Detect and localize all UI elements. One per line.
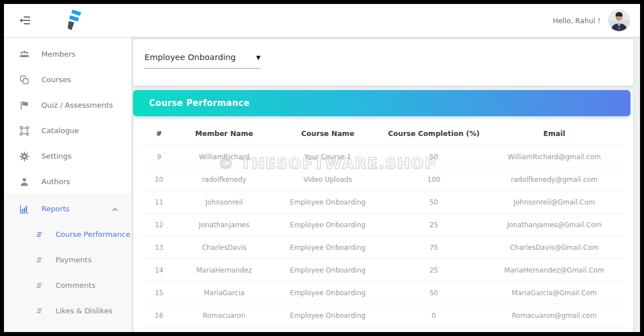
sidebar-item-reports[interactable]: Reports (4, 196, 131, 222)
sidebar-main-items: Members Courses Quiz / Assessments Catal… (4, 41, 131, 194)
cell-member-name: WilliamRichard (176, 146, 272, 168)
column-header-course-name: Course Name (272, 123, 383, 146)
cell-index: 11 (142, 191, 176, 214)
sidebar-item-label: Catalogue (41, 126, 79, 135)
table-header-row: #Member NameCourse NameCourse Completion… (142, 123, 624, 146)
cell-course-name: Employee Onboarding (272, 191, 383, 214)
course-performance-table: #Member NameCourse NameCourse Completion… (142, 123, 624, 327)
quiz-flag-icon (19, 100, 30, 111)
cell-email: radolfkenedy@gmail.com (484, 168, 624, 191)
members-icon (19, 49, 30, 60)
cell-member-name: Romacuaron (176, 304, 272, 327)
sidebar-item-members[interactable]: Members (4, 41, 131, 67)
sidebar-subitem-likes-dislikes[interactable]: Likes & Dislikes (4, 298, 131, 324)
topbar: Hello, Rahul ! (4, 4, 640, 37)
cell-index: 15 (142, 282, 176, 304)
cell-course-name: Employee Onboarding (272, 304, 383, 327)
cell-completion: 50 (383, 146, 484, 168)
cell-completion: 75 (383, 236, 484, 259)
table-row: 11 Johnsonreil Employee Onboarding 50 Jo… (142, 191, 624, 214)
sidebar-item-settings[interactable]: Settings (4, 143, 131, 169)
caret-down-icon: ▼ (256, 54, 261, 61)
cell-index: 12 (142, 214, 176, 236)
table-row: 15 MariaGarcia Employee Onboarding 50 Ma… (142, 282, 624, 304)
cell-email: WilliamRichard@gmail.com (484, 146, 624, 168)
sidebar-item-label: Quiz / Assessments (41, 101, 113, 109)
user-menu: Hello, Rahul ! (553, 10, 630, 31)
table-body: 9 WilliamRichard Your Course 1 50 Willia… (142, 146, 624, 327)
cell-email: Romacuaron@gmail.com (484, 304, 624, 327)
cell-course-name: Employee Onboarding (272, 214, 383, 236)
sidebar-item-courses[interactable]: Courses (4, 67, 131, 92)
main-content: Employee Onboarding ▼ Course Performance… (132, 37, 640, 332)
cell-email: MariaGarcia@Gmail.Com (484, 282, 624, 304)
panel-header: Course Performance (133, 90, 630, 116)
cell-completion: 50 (383, 282, 484, 304)
settings-gear-icon (19, 151, 30, 162)
cell-email: Johnsonreil@Gmail.Com (484, 191, 624, 214)
cell-completion: 25 (383, 259, 484, 282)
cell-index: 14 (142, 259, 176, 282)
column-header-: # (142, 123, 176, 146)
cell-member-name: Johnsonreil (176, 191, 272, 214)
course-performance-panel: Course Performance #Member NameCourse Na… (133, 90, 633, 332)
table-row: 10 radolfkenedy Video Uploads 100 radolf… (142, 168, 624, 191)
sidebar-item-quiz-assessments[interactable]: Quiz / Assessments (4, 92, 131, 118)
courses-icon (19, 74, 30, 86)
sidebar-subitem-course-performance[interactable]: Course Performance (4, 222, 131, 247)
sidebar-subitem-payments[interactable]: Payments (4, 247, 131, 273)
cell-index: 13 (142, 236, 176, 259)
list-lines-icon (35, 255, 44, 265)
table-row: 13 CharlesDavis Employee Onboarding 75 C… (142, 236, 624, 259)
course-select-value: Employee Onboarding (144, 53, 236, 62)
cell-member-name: MariaHernandez (176, 259, 272, 282)
reports-chart-icon (19, 203, 30, 215)
cell-member-name: CharlesDavis (176, 236, 272, 259)
sidebar-item-authors[interactable]: Authors (4, 169, 131, 194)
app-window: Hello, Rahul ! Members Courses Quiz / As… (4, 4, 640, 332)
table-row: 12 Jonathanjames Employee Onboarding 25 … (142, 214, 624, 236)
sidebar-item-label: Members (41, 50, 75, 58)
sidebar-item-label: Settings (41, 152, 71, 160)
column-header-course-completion: Course Completion (%) (383, 123, 484, 146)
sidebar-item-label: Reports (41, 205, 100, 213)
sidebar-item-label: Authors (41, 177, 70, 186)
cell-index: 9 (142, 146, 176, 168)
cell-email: MariaHernandez@Gmail.Com (484, 259, 624, 282)
sidebar-report-subitems: Course Performance Payments Comments Lik… (4, 222, 131, 324)
cell-email: Jonathanjames@Gmail.Com (484, 214, 624, 236)
cell-completion: 50 (383, 191, 484, 214)
cell-course-name: Employee Onboarding (272, 282, 383, 304)
sidebar-subitem-label: Course Performance (56, 230, 130, 239)
sidebar-subitem-label: Payments (56, 256, 92, 264)
sidebar-reports-section: Reports Course Performance Payments Comm… (4, 194, 131, 332)
list-lines-icon (35, 306, 44, 316)
sidebar-toggle-icon[interactable] (18, 14, 32, 27)
authors-icon (19, 176, 30, 188)
table-row: 14 MariaHernandez Employee Onboarding 25… (142, 259, 624, 282)
column-header-email: Email (484, 123, 624, 146)
sidebar: Members Courses Quiz / Assessments Catal… (4, 37, 132, 332)
cell-course-name: Employee Onboarding (272, 259, 383, 282)
cell-index: 10 (142, 168, 176, 191)
sidebar-item-catalogue[interactable]: Catalogue (4, 118, 131, 143)
cell-course-name: Employee Onboarding (272, 236, 383, 259)
cell-index: 16 (142, 304, 176, 327)
sidebar-subitem-comments[interactable]: Comments (4, 273, 131, 298)
cell-email: CharlesDavis@Gmail.Com (484, 236, 624, 259)
user-avatar[interactable] (608, 10, 630, 31)
brand-logo-icon[interactable] (66, 8, 83, 32)
cell-completion: 25 (383, 214, 484, 236)
sidebar-item-label: Courses (41, 75, 71, 84)
user-greeting: Hello, Rahul ! (553, 16, 600, 25)
cell-member-name: Jonathanjames (176, 214, 272, 236)
table-row: 9 WilliamRichard Your Course 1 50 Willia… (142, 146, 624, 168)
course-filter-card: Employee Onboarding ▼ (133, 39, 633, 86)
cell-course-name: Your Course 1 (272, 146, 383, 168)
catalogue-icon (19, 125, 30, 137)
sidebar-subitem-label: Likes & Dislikes (56, 307, 113, 315)
table-row: 16 Romacuaron Employee Onboarding 0 Roma… (142, 304, 624, 327)
list-lines-icon (35, 280, 44, 290)
course-select-dropdown[interactable]: Employee Onboarding ▼ (144, 53, 261, 69)
chevron-up-icon (111, 205, 119, 213)
